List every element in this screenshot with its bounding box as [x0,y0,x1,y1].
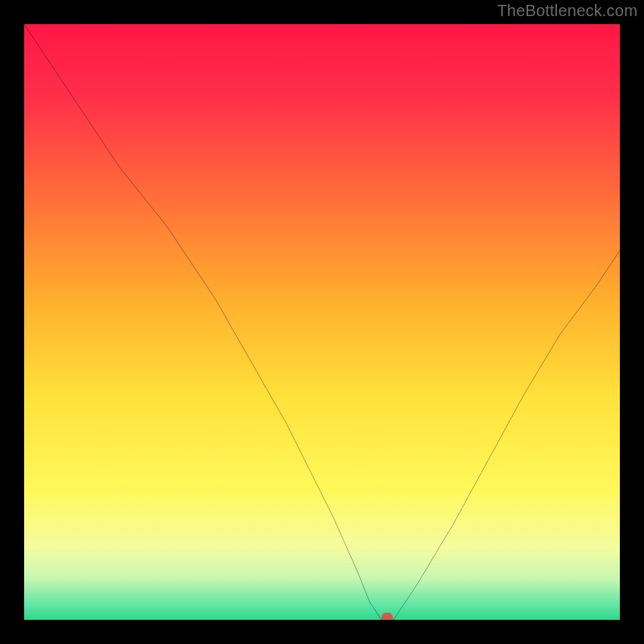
chart-frame: TheBottleneck.com [0,0,644,644]
bottleneck-curve [24,24,620,620]
optimal-point-marker [382,613,393,620]
plot-area [24,24,620,620]
watermark-text: TheBottleneck.com [497,2,638,20]
